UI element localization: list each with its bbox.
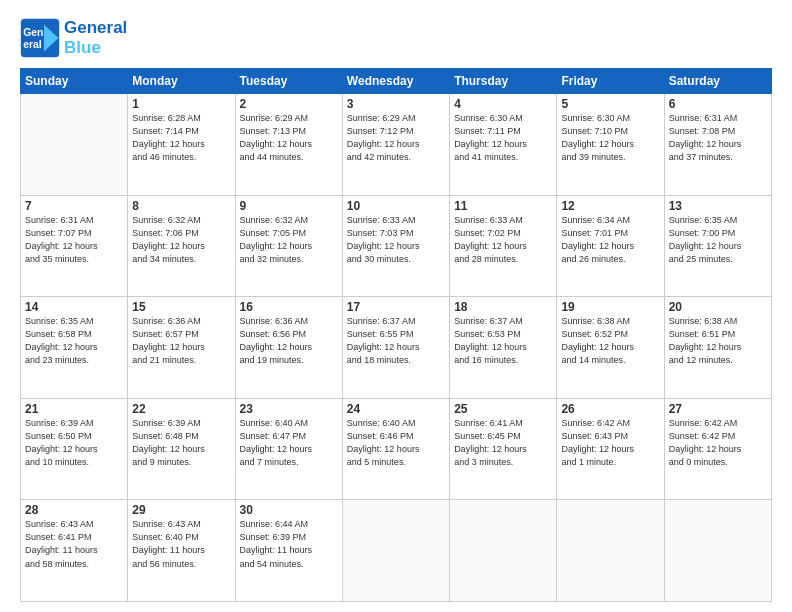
day-info: Sunrise: 6:41 AM Sunset: 6:45 PM Dayligh… <box>454 417 552 469</box>
day-info: Sunrise: 6:33 AM Sunset: 7:02 PM Dayligh… <box>454 214 552 266</box>
day-info: Sunrise: 6:39 AM Sunset: 6:48 PM Dayligh… <box>132 417 230 469</box>
day-info: Sunrise: 6:35 AM Sunset: 6:58 PM Dayligh… <box>25 315 123 367</box>
calendar-cell: 14Sunrise: 6:35 AM Sunset: 6:58 PM Dayli… <box>21 297 128 399</box>
day-number: 1 <box>132 97 230 111</box>
day-info: Sunrise: 6:29 AM Sunset: 7:13 PM Dayligh… <box>240 112 338 164</box>
calendar-cell: 24Sunrise: 6:40 AM Sunset: 6:46 PM Dayli… <box>342 398 449 500</box>
logo: Gen eral General Blue <box>20 18 127 58</box>
calendar-cell: 29Sunrise: 6:43 AM Sunset: 6:40 PM Dayli… <box>128 500 235 602</box>
calendar-cell <box>450 500 557 602</box>
calendar-cell: 13Sunrise: 6:35 AM Sunset: 7:00 PM Dayli… <box>664 195 771 297</box>
calendar-table: SundayMondayTuesdayWednesdayThursdayFrid… <box>20 68 772 602</box>
day-number: 14 <box>25 300 123 314</box>
logo-blue: Blue <box>64 38 101 57</box>
calendar-cell <box>557 500 664 602</box>
day-number: 7 <box>25 199 123 213</box>
weekday-header-row: SundayMondayTuesdayWednesdayThursdayFrid… <box>21 69 772 94</box>
logo-svg: Gen eral General Blue <box>20 18 127 58</box>
day-info: Sunrise: 6:43 AM Sunset: 6:40 PM Dayligh… <box>132 518 230 570</box>
logo-gen: General <box>64 18 127 37</box>
calendar-cell: 1Sunrise: 6:28 AM Sunset: 7:14 PM Daylig… <box>128 94 235 196</box>
svg-text:eral: eral <box>23 39 42 50</box>
day-number: 13 <box>669 199 767 213</box>
calendar-cell: 2Sunrise: 6:29 AM Sunset: 7:13 PM Daylig… <box>235 94 342 196</box>
calendar-cell: 11Sunrise: 6:33 AM Sunset: 7:02 PM Dayli… <box>450 195 557 297</box>
weekday-header-wednesday: Wednesday <box>342 69 449 94</box>
calendar-cell: 16Sunrise: 6:36 AM Sunset: 6:56 PM Dayli… <box>235 297 342 399</box>
day-number: 12 <box>561 199 659 213</box>
calendar-cell: 23Sunrise: 6:40 AM Sunset: 6:47 PM Dayli… <box>235 398 342 500</box>
svg-text:Gen: Gen <box>23 27 43 38</box>
day-info: Sunrise: 6:38 AM Sunset: 6:52 PM Dayligh… <box>561 315 659 367</box>
day-info: Sunrise: 6:34 AM Sunset: 7:01 PM Dayligh… <box>561 214 659 266</box>
day-number: 10 <box>347 199 445 213</box>
calendar-cell: 9Sunrise: 6:32 AM Sunset: 7:05 PM Daylig… <box>235 195 342 297</box>
calendar-cell: 18Sunrise: 6:37 AM Sunset: 6:53 PM Dayli… <box>450 297 557 399</box>
calendar-cell: 3Sunrise: 6:29 AM Sunset: 7:12 PM Daylig… <box>342 94 449 196</box>
calendar-cell: 22Sunrise: 6:39 AM Sunset: 6:48 PM Dayli… <box>128 398 235 500</box>
day-info: Sunrise: 6:30 AM Sunset: 7:10 PM Dayligh… <box>561 112 659 164</box>
day-info: Sunrise: 6:40 AM Sunset: 6:46 PM Dayligh… <box>347 417 445 469</box>
calendar-cell: 27Sunrise: 6:42 AM Sunset: 6:42 PM Dayli… <box>664 398 771 500</box>
page: Gen eral General Blue SundayMondayTuesda… <box>0 0 792 612</box>
day-info: Sunrise: 6:38 AM Sunset: 6:51 PM Dayligh… <box>669 315 767 367</box>
calendar-cell: 6Sunrise: 6:31 AM Sunset: 7:08 PM Daylig… <box>664 94 771 196</box>
weekday-header-sunday: Sunday <box>21 69 128 94</box>
day-number: 5 <box>561 97 659 111</box>
day-number: 22 <box>132 402 230 416</box>
calendar-cell: 12Sunrise: 6:34 AM Sunset: 7:01 PM Dayli… <box>557 195 664 297</box>
logo-wordmark: General Blue <box>64 18 127 57</box>
day-number: 2 <box>240 97 338 111</box>
day-info: Sunrise: 6:42 AM Sunset: 6:42 PM Dayligh… <box>669 417 767 469</box>
weekday-header-tuesday: Tuesday <box>235 69 342 94</box>
day-info: Sunrise: 6:29 AM Sunset: 7:12 PM Dayligh… <box>347 112 445 164</box>
calendar-cell: 7Sunrise: 6:31 AM Sunset: 7:07 PM Daylig… <box>21 195 128 297</box>
calendar-cell: 21Sunrise: 6:39 AM Sunset: 6:50 PM Dayli… <box>21 398 128 500</box>
day-info: Sunrise: 6:31 AM Sunset: 7:07 PM Dayligh… <box>25 214 123 266</box>
day-info: Sunrise: 6:37 AM Sunset: 6:55 PM Dayligh… <box>347 315 445 367</box>
calendar-cell <box>21 94 128 196</box>
day-info: Sunrise: 6:42 AM Sunset: 6:43 PM Dayligh… <box>561 417 659 469</box>
day-number: 26 <box>561 402 659 416</box>
header: Gen eral General Blue <box>20 18 772 58</box>
calendar-cell: 19Sunrise: 6:38 AM Sunset: 6:52 PM Dayli… <box>557 297 664 399</box>
day-number: 18 <box>454 300 552 314</box>
calendar-cell: 30Sunrise: 6:44 AM Sunset: 6:39 PM Dayli… <box>235 500 342 602</box>
calendar-cell: 15Sunrise: 6:36 AM Sunset: 6:57 PM Dayli… <box>128 297 235 399</box>
day-number: 15 <box>132 300 230 314</box>
day-number: 20 <box>669 300 767 314</box>
calendar-cell: 17Sunrise: 6:37 AM Sunset: 6:55 PM Dayli… <box>342 297 449 399</box>
day-number: 8 <box>132 199 230 213</box>
day-info: Sunrise: 6:44 AM Sunset: 6:39 PM Dayligh… <box>240 518 338 570</box>
day-number: 30 <box>240 503 338 517</box>
day-number: 19 <box>561 300 659 314</box>
day-number: 24 <box>347 402 445 416</box>
calendar-cell: 20Sunrise: 6:38 AM Sunset: 6:51 PM Dayli… <box>664 297 771 399</box>
calendar-cell: 26Sunrise: 6:42 AM Sunset: 6:43 PM Dayli… <box>557 398 664 500</box>
day-number: 25 <box>454 402 552 416</box>
day-info: Sunrise: 6:32 AM Sunset: 7:06 PM Dayligh… <box>132 214 230 266</box>
week-row-3: 21Sunrise: 6:39 AM Sunset: 6:50 PM Dayli… <box>21 398 772 500</box>
day-number: 17 <box>347 300 445 314</box>
week-row-0: 1Sunrise: 6:28 AM Sunset: 7:14 PM Daylig… <box>21 94 772 196</box>
day-number: 28 <box>25 503 123 517</box>
day-number: 29 <box>132 503 230 517</box>
day-number: 27 <box>669 402 767 416</box>
day-info: Sunrise: 6:35 AM Sunset: 7:00 PM Dayligh… <box>669 214 767 266</box>
day-info: Sunrise: 6:33 AM Sunset: 7:03 PM Dayligh… <box>347 214 445 266</box>
day-number: 6 <box>669 97 767 111</box>
day-number: 4 <box>454 97 552 111</box>
day-info: Sunrise: 6:32 AM Sunset: 7:05 PM Dayligh… <box>240 214 338 266</box>
day-info: Sunrise: 6:37 AM Sunset: 6:53 PM Dayligh… <box>454 315 552 367</box>
calendar-cell <box>664 500 771 602</box>
week-row-4: 28Sunrise: 6:43 AM Sunset: 6:41 PM Dayli… <box>21 500 772 602</box>
calendar-cell: 25Sunrise: 6:41 AM Sunset: 6:45 PM Dayli… <box>450 398 557 500</box>
weekday-header-friday: Friday <box>557 69 664 94</box>
day-info: Sunrise: 6:40 AM Sunset: 6:47 PM Dayligh… <box>240 417 338 469</box>
day-info: Sunrise: 6:36 AM Sunset: 6:56 PM Dayligh… <box>240 315 338 367</box>
weekday-header-monday: Monday <box>128 69 235 94</box>
calendar-cell: 8Sunrise: 6:32 AM Sunset: 7:06 PM Daylig… <box>128 195 235 297</box>
calendar-cell: 4Sunrise: 6:30 AM Sunset: 7:11 PM Daylig… <box>450 94 557 196</box>
weekday-header-thursday: Thursday <box>450 69 557 94</box>
calendar-cell <box>342 500 449 602</box>
